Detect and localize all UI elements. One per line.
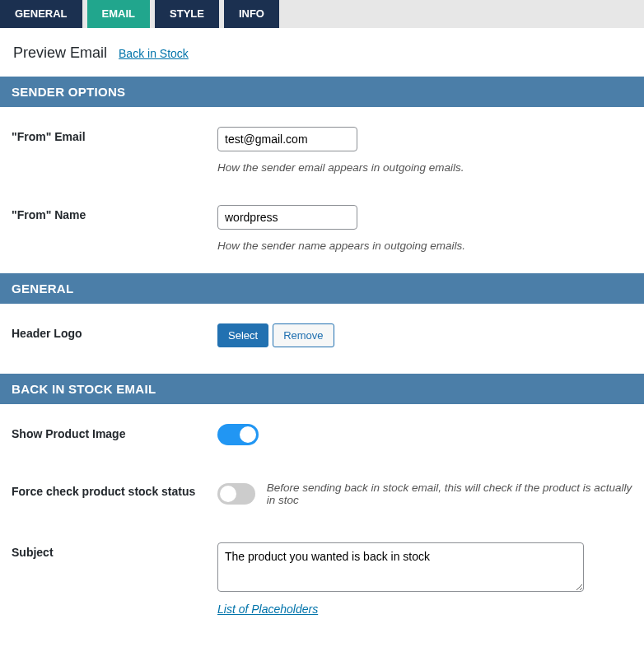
select-logo-button[interactable]: Select — [217, 323, 268, 347]
preview-row: Preview Email Back in Stock — [0, 28, 644, 77]
tab-style[interactable]: STYLE — [155, 0, 219, 28]
from-name-row: "From" Name How the sender name appears … — [0, 185, 644, 263]
section-back-in-stock: BACK IN STOCK EMAIL — [0, 374, 644, 404]
subject-label: Subject — [12, 542, 217, 559]
section-general: GENERAL — [0, 273, 644, 304]
from-email-row: "From" Email How the sender email appear… — [0, 107, 644, 185]
from-name-input[interactable] — [217, 205, 357, 230]
show-product-image-toggle[interactable] — [217, 424, 259, 445]
section-sender-options: SENDER OPTIONS — [0, 77, 644, 107]
tab-info[interactable]: INFO — [224, 0, 279, 28]
from-name-label: "From" Name — [12, 205, 217, 221]
from-email-help: How the sender email appears in outgoing… — [217, 161, 632, 174]
tab-email[interactable]: EMAIL — [87, 0, 150, 28]
preview-title: Preview Email — [13, 44, 107, 62]
preview-back-in-stock-link[interactable]: Back in Stock — [119, 47, 189, 60]
list-of-placeholders-link[interactable]: List of Placeholders — [217, 603, 318, 616]
force-check-label: Force check product stock status — [12, 482, 217, 498]
subject-row: Subject List of Placeholders — [0, 523, 644, 616]
force-check-help: Before sending back in stock email, this… — [267, 482, 632, 506]
subject-textarea[interactable] — [217, 542, 584, 592]
tab-bar: GENERAL EMAIL STYLE INFO — [0, 0, 644, 28]
tab-general[interactable]: GENERAL — [0, 0, 82, 28]
toggle-knob-icon — [220, 486, 236, 502]
from-name-help: How the sender name appears in outgoing … — [217, 240, 632, 252]
toggle-knob-icon — [240, 426, 256, 443]
remove-logo-button[interactable]: Remove — [273, 323, 334, 347]
header-logo-label: Header Logo — [12, 323, 217, 340]
show-product-image-label: Show Product Image — [12, 424, 217, 440]
from-email-label: "From" Email — [12, 127, 217, 143]
show-product-image-row: Show Product Image — [0, 404, 644, 462]
force-check-row: Force check product stock status Before … — [0, 462, 644, 523]
header-logo-row: Header Logo Select Remove — [0, 304, 644, 364]
force-check-toggle[interactable] — [217, 483, 255, 505]
from-email-input[interactable] — [217, 127, 357, 151]
